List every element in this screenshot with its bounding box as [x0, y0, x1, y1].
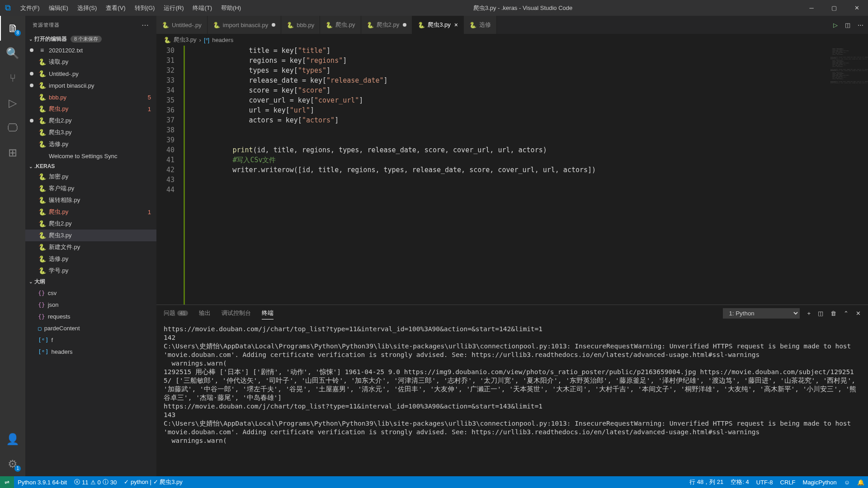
indentation[interactable]: 空格: 4	[727, 476, 752, 488]
code-content[interactable]: title = key["title"] regions = key["regi…	[184, 46, 868, 305]
editor-tab[interactable]: 🐍bbb.py	[281, 16, 320, 34]
debug-icon[interactable]: ▷	[0, 90, 25, 115]
folder-file-item[interactable]: 🐍选修.py	[25, 253, 156, 265]
symbol-label: requests	[48, 313, 71, 320]
problems-status[interactable]: ⓧ11 ⚠0 ⓘ30	[71, 476, 120, 488]
open-editor-item[interactable]: 🐍读取.py	[25, 56, 156, 68]
open-editor-item[interactable]: Welcome to Settings Sync	[25, 150, 156, 162]
open-editor-item[interactable]: 🐍爬虫.py1	[25, 103, 156, 115]
file-icon: 🐍	[38, 105, 46, 113]
open-editor-item[interactable]: 🐍爬虫3.py	[25, 127, 156, 138]
menu-item[interactable]: 转到(G)	[130, 0, 160, 16]
minimap[interactable]: title = key["title"] regions = key["regi…	[823, 46, 868, 305]
run-icon[interactable]: ▷	[833, 22, 838, 28]
terminal-selector[interactable]: 1: Python	[723, 308, 800, 319]
more-icon[interactable]: ⋯	[142, 21, 149, 29]
open-editor-item[interactable]: 🐍bbb.py5	[25, 91, 156, 103]
close-panel-icon[interactable]: ✕	[856, 310, 861, 317]
menu-item[interactable]: 终端(T)	[188, 0, 217, 16]
vscode-icon: ⧉	[0, 3, 16, 13]
folder-header[interactable]: ⌄ .KERAS	[25, 162, 156, 171]
editor-tab[interactable]: 🐍import binascii.py	[208, 16, 281, 34]
language-mode[interactable]: MagicPython	[799, 476, 840, 488]
outline-label: 大纲	[34, 278, 45, 286]
minimize-button[interactable]: ─	[800, 0, 823, 16]
explorer-icon[interactable]: 🗎8	[0, 16, 25, 41]
tab-label: Untitled-.py	[172, 22, 202, 28]
chevron-down-icon: ⌄	[29, 279, 33, 284]
folder-file-item[interactable]: 🐍爬虫2.py	[25, 218, 156, 230]
outline-item[interactable]: ▢pardeContent	[25, 322, 156, 334]
linter-status[interactable]: ✓ python | ✓ 爬虫3.py	[120, 476, 186, 488]
menu-item[interactable]: 编辑(E)	[44, 0, 73, 16]
search-icon[interactable]: 🔍	[0, 41, 25, 66]
maximize-button[interactable]: ▢	[823, 0, 845, 16]
file-label: 爬虫.py	[49, 208, 148, 216]
panel-tab[interactable]: 问题41	[164, 307, 188, 319]
outline-item[interactable]: {}csv	[25, 287, 156, 299]
encoding[interactable]: UTF-8	[753, 476, 777, 488]
outline-item[interactable]: {}json	[25, 299, 156, 310]
extensions-icon[interactable]: ⊞	[0, 140, 25, 165]
menu-item[interactable]: 帮助(H)	[217, 0, 245, 16]
close-icon[interactable]: ×	[454, 21, 458, 28]
outline-header[interactable]: ⌄ 大纲	[25, 277, 156, 287]
remote-icon[interactable]: 🖵	[0, 115, 25, 140]
remote-indicator[interactable]: ⇌	[0, 476, 14, 488]
bell-icon[interactable]: 🔔	[854, 476, 868, 488]
open-editors-header[interactable]: ⌄ 打开的编辑器 8 个未保存	[25, 34, 156, 44]
file-icon: 🐍	[38, 58, 46, 66]
open-editor-item[interactable]: 🐍Untitled-.py	[25, 68, 156, 80]
chevron-up-icon[interactable]: ⌃	[844, 310, 849, 317]
close-button[interactable]: ✕	[845, 0, 868, 16]
editor-tab[interactable]: 🐍Untitled-.py	[156, 16, 208, 34]
eol[interactable]: CRLF	[777, 476, 799, 488]
open-editor-item[interactable]: ≡20201202.txt	[25, 44, 156, 56]
breadcrumb[interactable]: 🐍 爬虫3.py › [ᵉ] headers	[156, 34, 868, 46]
folder-file-item[interactable]: 🐍加密.py	[25, 171, 156, 183]
panel-tab[interactable]: 终端	[262, 307, 274, 319]
panel-tab[interactable]: 调试控制台	[222, 307, 251, 319]
file-icon: 🐍	[38, 244, 46, 251]
count-badge: 41	[177, 310, 188, 316]
outline-item[interactable]: [ᵉ]f	[25, 334, 156, 346]
settings-icon[interactable]: ⚙1	[0, 451, 25, 476]
open-editor-item[interactable]: 🐍选修.py	[25, 138, 156, 150]
split-icon[interactable]: ◫	[845, 22, 850, 28]
code-editor[interactable]: 303132333435363738394041424344 title = k…	[156, 46, 868, 305]
split-terminal-icon[interactable]: ◫	[818, 310, 823, 317]
info-icon: ⓘ	[103, 478, 108, 486]
feedback-icon[interactable]: ☺	[840, 476, 854, 488]
folder-file-item[interactable]: 🐍辗转相除.py	[25, 194, 156, 206]
sidebar-header: 资源管理器 ⋯	[25, 16, 156, 34]
source-control-icon[interactable]: ⑂	[0, 66, 25, 90]
menu-item[interactable]: 选择(S)	[73, 0, 101, 16]
more-icon[interactable]: ⋯	[858, 22, 863, 28]
new-terminal-icon[interactable]: +	[807, 310, 811, 317]
menu-item[interactable]: 运行(R)	[159, 0, 188, 16]
menu-item[interactable]: 文件(F)	[16, 0, 44, 16]
folder-file-item[interactable]: 🐍新建文件.py	[25, 241, 156, 253]
editor-tab[interactable]: 🐍爬虫2.py	[361, 16, 413, 34]
file-label: 爬虫3.py	[49, 128, 156, 136]
file-label: bbb.py	[49, 94, 148, 101]
open-editor-item[interactable]: 🐍import binascii.py	[25, 80, 156, 91]
trash-icon[interactable]: 🗑	[830, 310, 836, 317]
editor-tab[interactable]: 🐍爬虫3.py×	[412, 16, 464, 34]
folder-file-item[interactable]: 🐍客户端.py	[25, 183, 156, 194]
folder-file-item[interactable]: 🐍爬虫3.py	[25, 230, 156, 241]
account-icon[interactable]: 👤	[0, 427, 25, 451]
panel-tab[interactable]: 输出	[199, 307, 211, 319]
warning-icon: ⚠	[90, 479, 96, 486]
outline-item[interactable]: {}requests	[25, 310, 156, 322]
cursor-position[interactable]: 行 48，列 21	[686, 476, 727, 488]
outline-item[interactable]: [ᵉ]headers	[25, 346, 156, 357]
editor-tab[interactable]: 🐍爬虫.py	[320, 16, 361, 34]
folder-file-item[interactable]: 🐍爬虫.py1	[25, 206, 156, 218]
folder-file-item[interactable]: 🐍学号.py	[25, 265, 156, 277]
python-version[interactable]: Python 3.9.1 64-bit	[14, 476, 71, 488]
menu-item[interactable]: 查看(V)	[101, 0, 130, 16]
open-editor-item[interactable]: 🐍爬虫2.py	[25, 115, 156, 127]
editor-tab[interactable]: 🐍选修	[464, 16, 497, 34]
terminal-content[interactable]: https://movie.douban.com/j/chart/top_lis…	[156, 321, 868, 476]
